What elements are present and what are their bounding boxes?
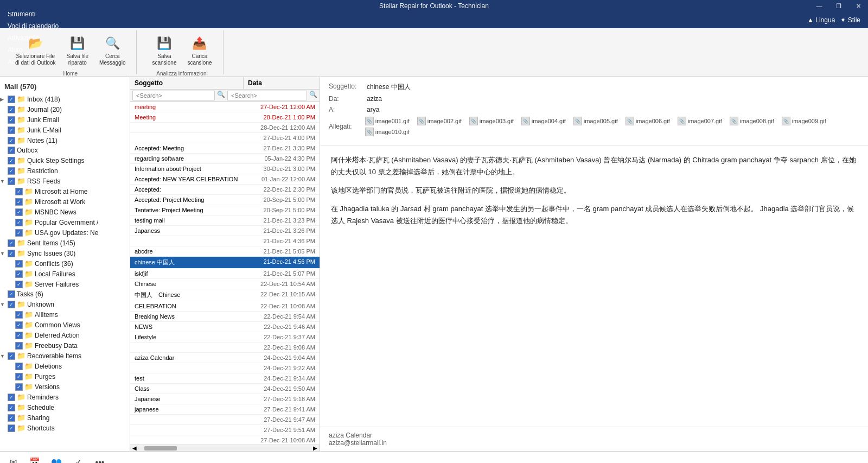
tree-item[interactable]: 📁Reminders xyxy=(0,392,130,402)
tree-item[interactable]: 📁Local Failures xyxy=(0,269,130,279)
tree-checkbox[interactable] xyxy=(15,260,23,268)
email-list-item[interactable]: 27-Dec-21 9:51 AM xyxy=(130,425,320,435)
lingua-menu[interactable]: ▲ Lingua xyxy=(807,16,835,24)
tree-checkbox[interactable] xyxy=(8,352,15,360)
tree-item[interactable]: 📁Sharing xyxy=(0,413,130,423)
select-file-button[interactable]: 📂 Selezionare Filedi dati di Outlook xyxy=(11,33,60,68)
tree-checkbox[interactable] xyxy=(8,177,15,185)
scroll-right-btn[interactable]: ▶ xyxy=(311,445,320,451)
tree-item[interactable]: 📁USA.gov Updates: Ne xyxy=(0,227,130,238)
tree-item[interactable]: ▼📁RSS Feeds xyxy=(0,176,130,186)
email-list-item[interactable]: Accepted: NEW YEAR CELEBRATION01-Jan-22 … xyxy=(130,174,320,185)
tree-checkbox[interactable] xyxy=(15,373,23,380)
tree-checkbox[interactable] xyxy=(8,147,15,154)
email-list-item[interactable]: iskfjif21-Dec-21 5:07 PM xyxy=(130,269,320,279)
email-list-item[interactable]: Japanese27-Dec-21 9:18 AM xyxy=(130,394,320,404)
tree-checkbox[interactable] xyxy=(8,126,15,134)
email-list-item[interactable]: test24-Dec-21 9:34 AM xyxy=(130,373,320,384)
tree-item[interactable]: 📁Journal (20) xyxy=(0,104,130,115)
stile-menu[interactable]: ✦ Stile xyxy=(840,16,860,24)
tree-item[interactable]: 📁Conflicts (36) xyxy=(0,258,130,269)
attachment-item[interactable]: 📎image006.gif xyxy=(626,117,670,125)
email-list-item[interactable]: abcdre21-Dec-21 5:05 PM xyxy=(130,246,320,257)
minimize-button[interactable]: — xyxy=(809,0,829,12)
email-list-item[interactable]: Japaness21-Dec-21 3:26 PM xyxy=(130,226,320,236)
tree-checkbox[interactable] xyxy=(8,239,15,247)
tree-checkbox[interactable] xyxy=(8,137,15,144)
tree-checkbox[interactable] xyxy=(8,301,15,308)
scroll-left-btn[interactable]: ◀ xyxy=(130,445,139,451)
email-list-item[interactable]: CELEBRATION22-Dec-21 10:08 AM xyxy=(130,301,320,312)
tree-checkbox[interactable] xyxy=(8,404,15,411)
attachment-item[interactable]: 📎image003.gif xyxy=(469,117,514,125)
email-list-item[interactable]: Meeting28-Dec-21 1:00 PM xyxy=(130,112,320,123)
email-list-item[interactable]: 28-Dec-21 12:00 AM xyxy=(130,123,320,133)
tree-item[interactable]: ▼📁Unknown xyxy=(0,299,130,309)
email-list-item[interactable]: testing mail21-Dec-21 3:23 PM xyxy=(130,215,320,226)
email-list-item[interactable]: Accepted: Project Meeting20-Sep-21 5:00 … xyxy=(130,195,320,205)
tree-item[interactable]: 📁Versions xyxy=(0,382,130,392)
tree-item[interactable]: 📁Shortcuts xyxy=(0,423,130,433)
tree-checkbox[interactable] xyxy=(15,383,23,391)
tree-checkbox[interactable] xyxy=(15,311,23,319)
email-list-item[interactable]: Accepted: Meeting27-Dec-21 3:30 PM xyxy=(130,143,320,154)
tree-checkbox[interactable] xyxy=(15,229,23,237)
tree-checkbox[interactable] xyxy=(15,342,23,350)
tree-item[interactable]: 📁Microsoft at Home xyxy=(0,186,130,196)
email-list-item[interactable]: Class24-Dec-21 9:50 AM xyxy=(130,384,320,394)
email-list-item[interactable]: chinese 中国人21-Dec-21 4:56 PM xyxy=(130,257,320,269)
tree-item[interactable]: 📁Sent Items (145) xyxy=(0,238,130,248)
restore-button[interactable]: ❐ xyxy=(829,0,848,12)
tree-item[interactable]: 📁Freebusy Data xyxy=(0,340,130,351)
tree-item[interactable]: 📁Deletions xyxy=(0,361,130,371)
tree-checkbox[interactable] xyxy=(15,188,23,195)
tree-checkbox[interactable] xyxy=(15,270,23,278)
tree-item[interactable]: 📁Purges xyxy=(0,371,130,382)
tree-checkbox[interactable] xyxy=(8,424,15,432)
email-list-item[interactable]: Lifestyle22-Dec-21 9:37 AM xyxy=(130,332,320,343)
tree-item[interactable]: 📁Notes (11) xyxy=(0,135,130,145)
email-list-item[interactable]: 22-Dec-21 9:08 AM xyxy=(130,343,320,353)
email-list-item[interactable]: Tentative: Project Meeting20-Sep-21 5:00… xyxy=(130,205,320,215)
search-date-icon[interactable]: 🔍 xyxy=(309,91,317,100)
save-scan-button[interactable]: 💾 Salvascansione xyxy=(148,33,181,68)
tree-checkbox[interactable] xyxy=(15,208,23,216)
email-list-item[interactable]: meeting27-Dec-21 12:00 AM xyxy=(130,102,320,112)
tree-item[interactable]: 📁Junk Email xyxy=(0,115,130,125)
email-list-item[interactable]: 27-Dec-21 9:47 AM xyxy=(130,415,320,425)
more-button[interactable]: ••• xyxy=(91,454,108,464)
tree-item[interactable]: ▼📁Recoverable Items xyxy=(0,351,130,361)
email-list-item[interactable]: Breaking News22-Dec-21 9:54 AM xyxy=(130,312,320,322)
tasks-button[interactable]: ✓ xyxy=(69,454,87,464)
tree-item[interactable]: 📁Schedule xyxy=(0,402,130,413)
tree-checkbox[interactable] xyxy=(15,332,23,339)
tree-checkbox[interactable] xyxy=(8,414,15,422)
tree-item[interactable]: 📁Restriction xyxy=(0,166,130,176)
email-list-item[interactable]: 21-Dec-21 4:36 PM xyxy=(130,236,320,246)
tree-checkbox[interactable] xyxy=(8,167,15,175)
tree-checkbox[interactable] xyxy=(8,106,15,113)
email-list-item[interactable]: 24-Dec-21 9:22 AM xyxy=(130,363,320,373)
tree-checkbox[interactable] xyxy=(15,219,23,226)
email-list[interactable]: meeting27-Dec-21 12:00 AMMeeting28-Dec-2… xyxy=(130,102,320,445)
mail-button[interactable]: ✉ xyxy=(4,454,22,464)
email-list-item[interactable]: 中国人 Chinese22-Dec-21 10:15 AM xyxy=(130,289,320,301)
tree-item[interactable]: 📁Popular Government / xyxy=(0,217,130,227)
tree-checkbox[interactable] xyxy=(8,96,15,103)
tree-item[interactable]: 📁Microsoft at Work xyxy=(0,196,130,207)
tree-checkbox[interactable] xyxy=(8,394,15,401)
tree-item[interactable]: 📁Server Failures xyxy=(0,279,130,289)
attachment-item[interactable]: 📎image005.gif xyxy=(573,117,618,125)
tree-checkbox[interactable] xyxy=(15,321,23,329)
search-message-button[interactable]: 🔍 CercaMessaggio xyxy=(95,33,130,68)
email-list-item[interactable]: regarding software05-Jan-22 4:30 PM xyxy=(130,154,320,164)
tree-checkbox[interactable] xyxy=(8,157,15,164)
tree-item[interactable]: 📁Common Views xyxy=(0,320,130,330)
calendar-button[interactable]: 📅 xyxy=(26,454,43,464)
h-scrollbar-thumb[interactable] xyxy=(144,446,177,451)
tree-checkbox[interactable] xyxy=(8,250,15,257)
tree-item[interactable]: Tasks (6) xyxy=(0,289,130,299)
email-list-item[interactable]: Information about Project30-Dec-21 3:00 … xyxy=(130,164,320,174)
email-list-item[interactable]: aziza Calendar24-Dec-21 9:04 AM xyxy=(130,353,320,363)
tree-item[interactable]: 📁Junk E-Mail xyxy=(0,125,130,135)
